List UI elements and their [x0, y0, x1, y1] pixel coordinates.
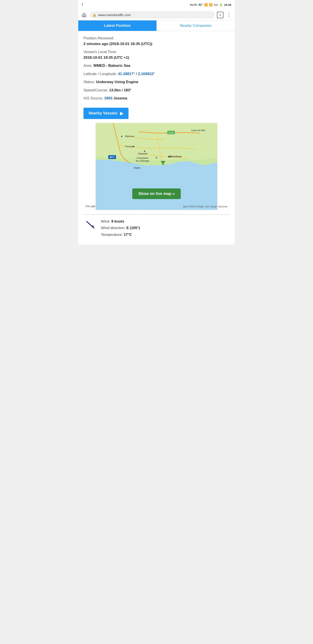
tab-count-button[interactable]: 1 — [217, 12, 224, 18]
status-left: ! — [82, 3, 83, 7]
svg-point-12 — [144, 150, 145, 152]
battery-percent: 6% — [214, 3, 218, 6]
svg-text:de Llobregat: de Llobregat — [136, 160, 149, 162]
nearby-vessels-button[interactable]: Nearby Vessels ▶ — [83, 108, 128, 119]
address-bar[interactable]: 🔒 www.marinetraffic.com — [89, 11, 215, 18]
notification-icon: ! — [82, 3, 83, 7]
wind-direction-row: Wind direction: E (105°) — [101, 225, 140, 232]
tab-nearby-companies[interactable]: Nearby Companies — [156, 20, 235, 31]
svg-point-14 — [168, 156, 170, 158]
content-area: Position Received: 2 minutes ago (2018-1… — [78, 31, 235, 244]
svg-marker-2 — [96, 123, 217, 160]
svg-text:Manresa: Manresa — [125, 135, 135, 138]
network-4g: 4G⁺ — [198, 3, 203, 6]
area-row: Area: WMED - Balearic Sea — [83, 63, 230, 68]
svg-text:E-15: E-15 — [169, 132, 173, 134]
ssl-lock-icon: 🔒 — [93, 13, 96, 17]
lat-lon-row: Latitude / Longitude: 41.28817° / 2.1698… — [83, 71, 230, 77]
volte-indicator: VoLTE — [190, 4, 197, 6]
tab-latest-position[interactable]: Latest Position — [78, 20, 156, 31]
show-on-live-map-button[interactable]: Show on live map » — [132, 188, 181, 199]
local-time-row: Vessel's Local Time: 2018-10-01 19:35 (U… — [83, 49, 230, 60]
svg-text:AP-7: AP-7 — [110, 156, 115, 158]
svg-text:Lloret de Mar: Lloret de Mar — [191, 129, 205, 132]
page-tabs: Latest Position Nearby Companies — [78, 20, 235, 31]
browser-menu-button[interactable]: ⋮ — [226, 12, 232, 18]
position-info: Position Received: 2 minutes ago (2018-1… — [83, 36, 230, 101]
ais-source-name: Josema — [113, 96, 127, 100]
temperature-row: Temperature: 17°C — [101, 232, 140, 238]
status-bar: ! VoLTE 4G⁺ 📶 📶 6% 🔋 19:38 — [78, 0, 235, 10]
svg-text:Terrassa: Terrassa — [125, 145, 134, 148]
url-text: www.marinetraffic.com — [98, 13, 131, 17]
speed-course-row: Speed/Course: 13.0kn / 183° — [83, 88, 230, 93]
svg-text:Sabadell: Sabadell — [138, 152, 147, 155]
svg-point-16 — [156, 157, 157, 158]
wind-direction-icon — [83, 218, 96, 231]
signal-bars: 📶 — [209, 3, 213, 6]
svg-text:Barcelona: Barcelona — [170, 155, 182, 158]
weather-section: Wind: 8 knots Wind direction: E (105°) T… — [83, 214, 230, 238]
wind-row: Wind: 8 knots — [101, 218, 140, 225]
battery-icon: 🔋 — [219, 3, 223, 6]
status-row: Status: Underway Using Engine — [83, 79, 230, 85]
ais-source-row: AIS Source: 3950 Josema — [83, 96, 230, 101]
position-received-row: Position Received: 2 minutes ago (2018-1… — [83, 36, 230, 46]
clock: 19:38 — [224, 3, 231, 6]
arrow-icon: ▶ — [120, 111, 123, 116]
map-copyright: data ©2018 Google, Inst. Geogr. Nacional — [183, 205, 227, 208]
ais-source-link[interactable]: 3950 — [104, 96, 112, 100]
svg-point-7 — [121, 136, 122, 137]
weather-info: Wind: 8 knots Wind direction: E (105°) T… — [101, 218, 140, 238]
google-logo: Google — [86, 204, 95, 208]
svg-text:Sitges: Sitges — [134, 166, 140, 169]
wifi-icon: 📶 — [204, 3, 208, 6]
map-container[interactable]: AP-7 E-15 Manresa Lloret de Mar Terrassa… — [83, 123, 230, 210]
browser-chrome: 🔒 www.marinetraffic.com 1 ⋮ — [78, 10, 235, 20]
svg-text:L'Hospitalet: L'Hospitalet — [136, 157, 148, 159]
status-right: VoLTE 4G⁺ 📶 📶 6% 🔋 19:38 — [190, 3, 231, 6]
home-button[interactable] — [81, 12, 87, 18]
